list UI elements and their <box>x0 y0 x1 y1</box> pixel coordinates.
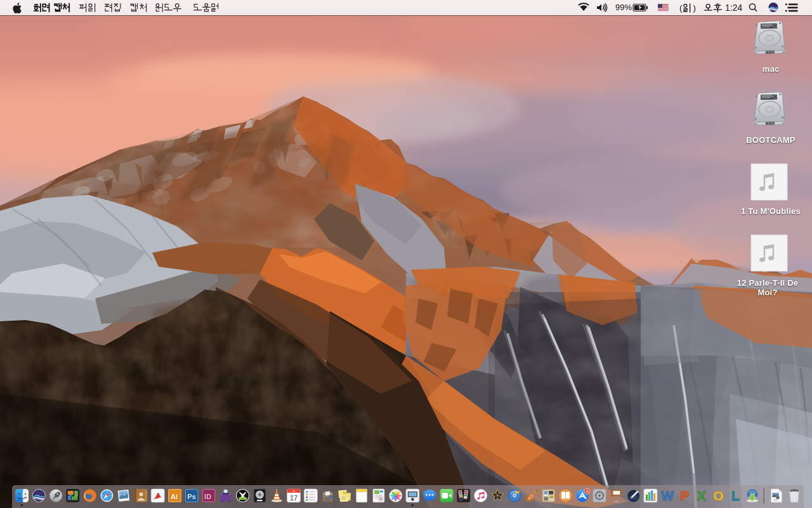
svg-text:Ai: Ai <box>171 493 178 500</box>
svg-text:99%: 99% <box>615 3 632 12</box>
svg-text:12: 12 <box>292 490 295 493</box>
svg-text:Ps: Ps <box>187 493 195 500</box>
svg-text:ID: ID <box>204 493 211 500</box>
svg-text:4: 4 <box>586 489 588 493</box>
svg-text:17: 17 <box>290 494 298 502</box>
svg-text:L: L <box>731 488 740 503</box>
svg-text:JPG: JPG <box>774 499 778 502</box>
svg-text:): ) <box>693 3 697 13</box>
svg-text:(: ( <box>679 3 683 13</box>
svg-text:W: W <box>661 488 674 503</box>
svg-text:O: O <box>713 488 723 503</box>
svg-text:P: P <box>680 488 689 503</box>
svg-text:Note: Note <box>343 491 348 494</box>
svg-text:1:24: 1:24 <box>725 3 742 13</box>
svg-text:X: X <box>697 488 706 503</box>
